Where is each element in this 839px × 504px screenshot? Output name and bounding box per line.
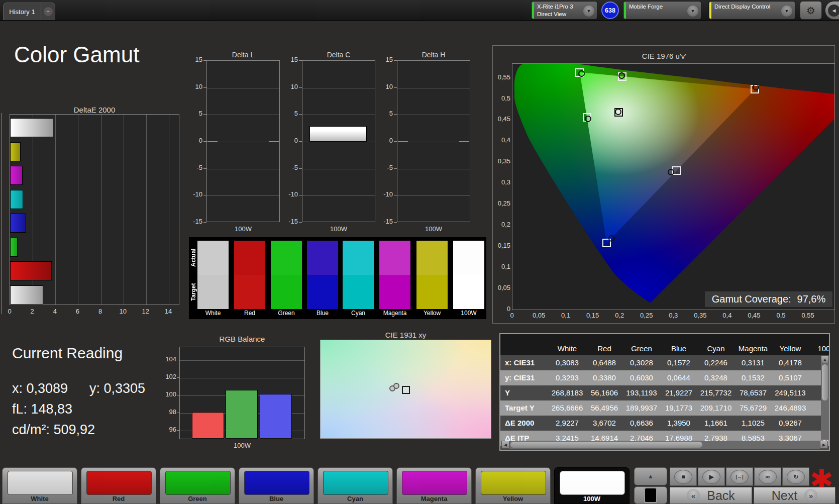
delta-chart-title: Delta C — [302, 51, 375, 59]
swatch-label: Cyan — [340, 310, 376, 317]
meter-dropdown[interactable]: X-Rite i1Pro 3 Direct View ▼ — [531, 1, 597, 20]
gridline — [146, 115, 147, 305]
pattern-window-toggle[interactable] — [634, 486, 667, 504]
refresh-button[interactable]: ↻ — [782, 467, 809, 486]
swatch-green-target — [271, 275, 302, 309]
gridline — [207, 195, 279, 196]
gridline — [397, 169, 470, 169]
swatch-red-actual — [234, 241, 265, 275]
scroll-up-arrow[interactable]: ▲ — [821, 355, 829, 363]
cie1976-y-tick: 0,35 — [489, 157, 510, 165]
swatch-green-actual — [271, 241, 302, 275]
pattern-button-magenta[interactable]: Magenta — [396, 467, 472, 504]
table-cell: 249,5113 — [772, 385, 809, 400]
scroll-right-arrow[interactable]: ▶ — [820, 441, 828, 449]
gridline — [302, 195, 375, 196]
continuous-button[interactable]: ∞ — [754, 467, 781, 486]
delta-y-tick: 5 — [278, 110, 298, 117]
rgb-bar-red — [192, 412, 224, 439]
stop-button[interactable]: ■ — [670, 467, 697, 486]
swatch-yellow-target — [416, 275, 448, 309]
tab-history[interactable]: History 1 — [3, 3, 41, 20]
rgb-y-tick: 96 — [156, 426, 176, 433]
pattern-button-100w[interactable]: 100W — [554, 467, 630, 504]
add-tab-button[interactable]: + — [41, 3, 55, 20]
settings-button[interactable]: ⚙ — [800, 1, 822, 20]
next-button[interactable]: Next » — [754, 487, 835, 504]
table-cell: 1,3950 — [660, 416, 697, 431]
scroll-thumb[interactable] — [510, 442, 702, 448]
chevron-up-icon: ▲ — [648, 473, 654, 480]
delta-y-tick: -15 — [182, 218, 202, 225]
h-scrollbar[interactable]: ◀▶ — [501, 441, 828, 449]
step-button[interactable]: [↔] — [726, 467, 753, 486]
pattern-swatch — [560, 471, 625, 495]
tick-mark — [203, 222, 206, 223]
swatch-label: Green — [268, 310, 304, 317]
deltae-x-tick: 12 — [142, 308, 149, 315]
pattern-button-label: Yellow — [476, 495, 550, 502]
swatch-cyan-actual — [343, 241, 374, 275]
display-control-dropdown[interactable]: Direct Display Control ▼ — [708, 1, 795, 20]
tick-mark — [394, 141, 397, 142]
pattern-button-yellow[interactable]: Yellow — [475, 467, 551, 504]
pattern-button-blue[interactable]: Blue — [239, 467, 314, 504]
swatch-label: Magenta — [377, 310, 413, 317]
tick-mark — [299, 60, 302, 61]
pattern-swatch — [165, 471, 231, 495]
chevron-down-icon: ▼ — [781, 6, 792, 17]
swatch-blue-actual — [307, 241, 338, 275]
back-button[interactable]: « Back — [670, 487, 752, 504]
tick-mark — [299, 87, 302, 88]
reading-y: y: 0,3305 — [89, 381, 145, 396]
rgb-bar-blue — [260, 394, 292, 439]
results-table: WhiteRedGreenBlueCyanMagentaYellow100Wx:… — [499, 333, 830, 451]
tick-mark — [299, 195, 302, 195]
delta-y-tick: 10 — [373, 83, 393, 90]
tick-mark — [394, 114, 397, 115]
deltae-x-tick: 0 — [8, 308, 11, 315]
rgb-y-tick: 98 — [156, 408, 176, 416]
reading-fl: fL: 148,83 — [12, 401, 72, 417]
gamut-coverage-value: 97,6% — [797, 293, 826, 305]
cie1976-plot — [512, 63, 835, 310]
swatch-blue-target — [307, 275, 338, 309]
table-cell: 0,4178 — [772, 355, 809, 370]
column-header: Cyan — [697, 334, 735, 355]
tick-mark — [394, 195, 397, 195]
table-cell: 0,0644 — [660, 370, 697, 385]
swatch-white-actual — [197, 241, 229, 275]
meter-count-badge[interactable]: 638 — [601, 2, 619, 19]
cie1976-x-tick: 0,1 — [561, 312, 570, 319]
table-cell: 0,6636 — [623, 416, 660, 431]
collapse-panel-button[interactable]: ◀ — [825, 1, 839, 20]
scroll-thumb[interactable] — [822, 364, 828, 400]
pattern-window-up-button[interactable]: ▲ — [634, 467, 667, 485]
gridline — [180, 360, 304, 361]
pattern-button-cyan[interactable]: Cyan — [318, 467, 393, 504]
deltae-chart — [10, 114, 179, 305]
delta-c-chart — [302, 60, 375, 222]
display-label: Direct Display Control — [714, 3, 770, 11]
tick-mark — [203, 141, 206, 142]
tick-mark — [299, 141, 302, 142]
pattern-swatch — [86, 471, 152, 495]
table-cell: 0,9267 — [772, 416, 809, 431]
gridline — [207, 88, 279, 88]
gridline — [302, 169, 375, 169]
delta-y-tick: 0 — [278, 137, 298, 144]
pattern-button-label: Blue — [239, 495, 313, 502]
gamut-coverage: Gamut Coverage: 97,6% — [705, 291, 832, 307]
pattern-button-red[interactable]: Red — [81, 467, 156, 504]
delta-y-tick: -10 — [182, 190, 202, 198]
cie1976-x-tick: 0,25 — [640, 312, 653, 319]
scroll-left-arrow[interactable]: ◀ — [501, 441, 509, 449]
pattern-button-white[interactable]: White — [2, 467, 77, 504]
tick-mark — [394, 168, 397, 169]
pattern-button-green[interactable]: Green — [160, 467, 235, 504]
play-button[interactable]: ▶ — [698, 467, 725, 486]
chevron-left-icon: ◀ — [828, 5, 839, 17]
v-scrollbar[interactable]: ▲ — [821, 355, 829, 440]
deltae-bar-red — [10, 261, 52, 280]
source-dropdown[interactable]: Mobile Forge ▼ — [623, 1, 701, 20]
